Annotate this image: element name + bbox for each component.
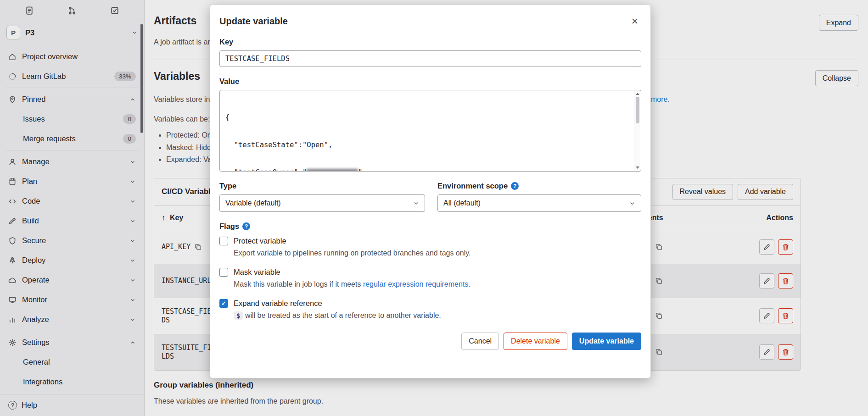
expand-variable-description: $ will be treated as the start of a refe… bbox=[234, 311, 641, 321]
help-icon[interactable]: ? bbox=[511, 182, 519, 190]
value-line: "testCaseOwner":"", bbox=[225, 168, 629, 172]
value-label: Value bbox=[219, 77, 641, 86]
scroll-down-arrow-icon[interactable] bbox=[636, 166, 639, 169]
chevron-down-icon bbox=[629, 200, 636, 207]
chevron-down-icon bbox=[413, 200, 420, 207]
value-line: { bbox=[225, 113, 629, 122]
value-line: "testCaseState":"Open", bbox=[225, 140, 629, 150]
key-label: Key bbox=[219, 38, 641, 46]
mask-variable-checkbox[interactable]: ✓ bbox=[219, 268, 228, 277]
environment-scope-select[interactable]: All (default) bbox=[437, 194, 641, 212]
regex-requirements-link[interactable]: regular expression requirements bbox=[363, 280, 468, 288]
mask-variable-flag: ✓ Mask variable Mask this variable in jo… bbox=[219, 268, 641, 289]
check-icon: ✓ bbox=[221, 300, 226, 306]
scrollbar-thumb[interactable] bbox=[636, 97, 639, 123]
variable-key-input[interactable] bbox=[219, 50, 641, 67]
expand-variable-checkbox[interactable]: ✓ bbox=[219, 299, 228, 308]
protect-variable-description: Export variable to pipelines running on … bbox=[234, 248, 641, 258]
flags-label: Flags bbox=[219, 222, 239, 231]
textarea-scrollbar[interactable] bbox=[634, 91, 640, 171]
update-variable-button[interactable]: Update variable bbox=[572, 333, 641, 350]
redacted-owner-value bbox=[307, 169, 358, 172]
scroll-up-arrow-icon[interactable] bbox=[636, 93, 639, 95]
update-variable-modal: Update variable ✕ Key Value { "testCaseS… bbox=[210, 5, 651, 378]
environment-scope-label: Environment scope bbox=[437, 182, 508, 190]
expand-variable-flag: ✓ Expand variable reference $ will be tr… bbox=[219, 299, 641, 321]
protect-variable-flag: ✓ Protect variable Export variable to pi… bbox=[219, 237, 641, 258]
variable-value-textarea[interactable]: { "testCaseState":"Open", "testCaseOwner… bbox=[219, 90, 641, 172]
type-select[interactable]: Variable (default) bbox=[219, 194, 425, 212]
modal-title: Update variable bbox=[219, 16, 288, 27]
cancel-button[interactable]: Cancel bbox=[461, 333, 499, 350]
type-label: Type bbox=[219, 182, 425, 190]
delete-variable-button[interactable]: Delete variable bbox=[504, 333, 567, 350]
help-icon[interactable]: ? bbox=[242, 222, 250, 230]
mask-variable-description: Mask this variable in job logs if it mee… bbox=[234, 279, 641, 289]
dollar-code-chip: $ bbox=[234, 311, 243, 320]
close-icon[interactable]: ✕ bbox=[628, 16, 641, 27]
protect-variable-checkbox[interactable]: ✓ bbox=[219, 237, 228, 245]
